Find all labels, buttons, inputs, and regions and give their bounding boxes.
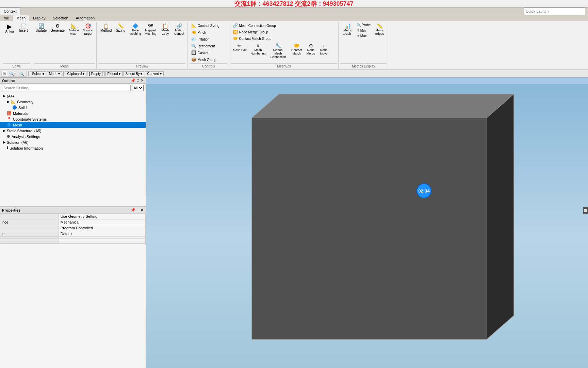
- update-button[interactable]: 🔄 Update: [34, 22, 48, 63]
- tree-icon-analysis: ⚙: [7, 134, 10, 139]
- tree-item-materials[interactable]: 🧱 Materials: [0, 110, 146, 116]
- metric-edges-button[interactable]: 📏 MetricEdges: [373, 22, 386, 63]
- prop-value: Mechanical: [58, 219, 145, 225]
- tree-item-geometry[interactable]: ▶ 📐 Geometry: [0, 99, 146, 105]
- outline-tree: ▶ (A4) ▶ 📐 Geometry 🔵 Solid 🧱 Materi: [0, 92, 146, 206]
- insert-button[interactable]: 📄 Insert: [17, 22, 30, 63]
- mesh-edit-button[interactable]: ✏ Mesh Edit: [231, 42, 248, 63]
- outline-search-input[interactable]: [2, 85, 131, 91]
- ribbon-tab-selection[interactable]: Selection: [49, 15, 72, 21]
- props-close-button[interactable]: ✕: [141, 208, 144, 212]
- min-button[interactable]: ⬇ Min: [355, 28, 372, 33]
- outline-filter-select[interactable]: All: [132, 85, 144, 91]
- outline-search: All: [0, 84, 146, 92]
- probe-button[interactable]: 🔍 Probe: [355, 22, 372, 28]
- solve-button[interactable]: ▶ Solve: [3, 22, 16, 63]
- inflation-icon: 💨: [191, 37, 196, 42]
- viewport[interactable]: 0.000 2.500 5.000 7.500 10.000 (m) 02:34…: [146, 78, 588, 368]
- tree-item-coord-systems[interactable]: 📍 Coordinate Systems: [0, 116, 146, 122]
- props-table: Use Geometry Setting nce Mechanical Prog…: [0, 213, 146, 368]
- mesh-connection-group-button[interactable]: 🔗 Mesh Connection Group: [231, 22, 337, 29]
- mapped-meshing-icon: 🗺: [148, 24, 153, 28]
- quick-launch-input[interactable]: [524, 7, 585, 15]
- ribbon-tab-mesh[interactable]: Mesh: [13, 15, 29, 21]
- prop-key: e: [0, 231, 59, 237]
- mapped-meshing-button[interactable]: 🗺 MappedMeshing: [143, 22, 158, 63]
- mesh-copy-icon: 📋: [162, 24, 168, 28]
- node-merge-group-button[interactable]: 🔀 Node Merge Group: [231, 29, 337, 35]
- props-pin-button[interactable]: 📌: [131, 208, 135, 212]
- contact-match-button[interactable]: 🤝 ContactMatch: [289, 42, 304, 63]
- tree-label-project: (A4): [7, 94, 14, 98]
- watermark: 交流1群：463427812 交流2群：949305747: [3, 0, 585, 8]
- tree-item-solid[interactable]: 🔵 Solid: [0, 105, 146, 110]
- tree-item-static[interactable]: ▶ Static Structural (A5): [0, 128, 146, 134]
- right-mini-panel[interactable]: ⬜: [583, 207, 588, 214]
- gasket-button[interactable]: 🔲 Gasket: [190, 50, 227, 56]
- max-button[interactable]: ⬆ Max: [355, 33, 372, 39]
- surface-mesh-button[interactable]: 📐 SurfaceMesh: [67, 22, 81, 63]
- tree-item-solution[interactable]: ▶ Solution (A6): [0, 139, 146, 145]
- props-data-table: Use Geometry Setting nce Mechanical Prog…: [0, 213, 146, 244]
- mesh-numbering-button[interactable]: # MeshNumbering: [249, 42, 267, 63]
- convert-button[interactable]: Convert ▾: [145, 71, 164, 76]
- toolbar-zoom-fit[interactable]: ⊞: [1, 71, 7, 77]
- source-target-button[interactable]: 🎯 Source/Target: [81, 22, 95, 63]
- select-by-button[interactable]: Select By ▾: [123, 71, 144, 76]
- node-merge-button[interactable]: ⊕ NodeMerge: [305, 42, 317, 63]
- solve-group-items: ▶ Solve 📄 Insert: [3, 22, 30, 63]
- tree-label-solution: Solution (A6): [7, 140, 29, 144]
- toolbar-zoom-out[interactable]: 🔍-: [18, 71, 27, 77]
- node-merge-icon: ⊕: [309, 43, 313, 48]
- tree-item-solution-info[interactable]: ℹ Solution Information: [0, 145, 146, 151]
- tab-bar: Context: [0, 7, 588, 15]
- meshedit-top-items: 🔗 Mesh Connection Group 🔀 Node Merge Gro…: [231, 22, 337, 42]
- mode-button[interactable]: Mode ▾: [47, 71, 62, 76]
- empty-button[interactable]: [ Empty ]: [87, 71, 104, 76]
- outline-pin-button[interactable]: 📌: [131, 78, 135, 83]
- outline-restore-button[interactable]: □: [137, 78, 139, 83]
- face-meshing-button[interactable]: 🔷 FaceMeshing: [128, 22, 143, 63]
- controls-group-items: 📐 Contact Sizing 🤏 Pinch 💨 Inflation 🔍 R…: [190, 22, 227, 63]
- ribbon: me Mesh Display Selection Automation ▶ S…: [0, 15, 588, 70]
- extend-button[interactable]: Extend ▾: [105, 71, 123, 76]
- inflation-button[interactable]: 💨 Inflation: [190, 36, 227, 42]
- ribbon-tab-display[interactable]: Display: [29, 15, 49, 21]
- tree-icon-materials: 🧱: [7, 111, 12, 116]
- tree-item-project[interactable]: ▶ (A4): [0, 93, 146, 99]
- metric-graph-button[interactable]: 📊 MetricGraph -: [341, 22, 355, 63]
- match-control-button[interactable]: 🔗 MatchControl: [172, 22, 186, 63]
- method-button[interactable]: 📋 Method: [99, 22, 113, 63]
- mesh-copy-button[interactable]: 📋 MeshCopy: [158, 22, 172, 63]
- tree-item-mesh[interactable]: 🔷 Mesh: [0, 122, 146, 128]
- toolbar-zoom-in[interactable]: 🔍+: [8, 71, 17, 77]
- outline-close-button[interactable]: ✕: [141, 78, 144, 83]
- sizing-button[interactable]: 📏 Sizing: [114, 22, 127, 63]
- tree-label-geometry: Geometry: [17, 100, 33, 104]
- mesh-group-button[interactable]: 📦 Mesh Group: [190, 57, 227, 63]
- generate-icon: ⚙: [55, 24, 60, 28]
- clipboard-button[interactable]: Clipboard ▾: [65, 71, 86, 76]
- table-row: nce Mechanical: [0, 219, 146, 225]
- contact-sizing-button[interactable]: 📐 Contact Sizing: [190, 22, 227, 29]
- tree-item-analysis[interactable]: ⚙ Analysis Settings: [0, 134, 146, 139]
- metric-edges-icon: 📏: [377, 24, 382, 28]
- refinement-button[interactable]: 🔍 Refinement: [190, 43, 227, 49]
- pinch-button[interactable]: 🤏 Pinch: [190, 29, 227, 35]
- mesh-group-icon: 📦: [191, 57, 196, 62]
- insert-icon: 📄: [21, 24, 27, 28]
- manual-mesh-connection-button[interactable]: 🔧 Manual MeshConnection: [268, 42, 289, 63]
- props-restore-button[interactable]: □: [137, 208, 139, 212]
- preview-group-label: Preview: [99, 63, 186, 68]
- tab-context[interactable]: Context: [0, 7, 20, 15]
- select-button[interactable]: Select ▾: [30, 71, 46, 76]
- solid-top-face: [252, 94, 514, 118]
- tree-icon-geo2: 📐: [11, 99, 16, 104]
- tree-label-coord: Coordinate Systems: [13, 117, 47, 121]
- generate-button[interactable]: ⚙ Generate: [49, 22, 66, 63]
- ribbon-tab-automation[interactable]: Automation: [72, 15, 99, 21]
- node-move-button[interactable]: ↕ NodeMove: [318, 42, 330, 63]
- contact-match-group-icon: 🤝: [233, 36, 238, 41]
- contact-match-group-button[interactable]: 🤝 Contact Match Group: [231, 35, 337, 42]
- ribbon-tab-me[interactable]: me: [0, 15, 13, 21]
